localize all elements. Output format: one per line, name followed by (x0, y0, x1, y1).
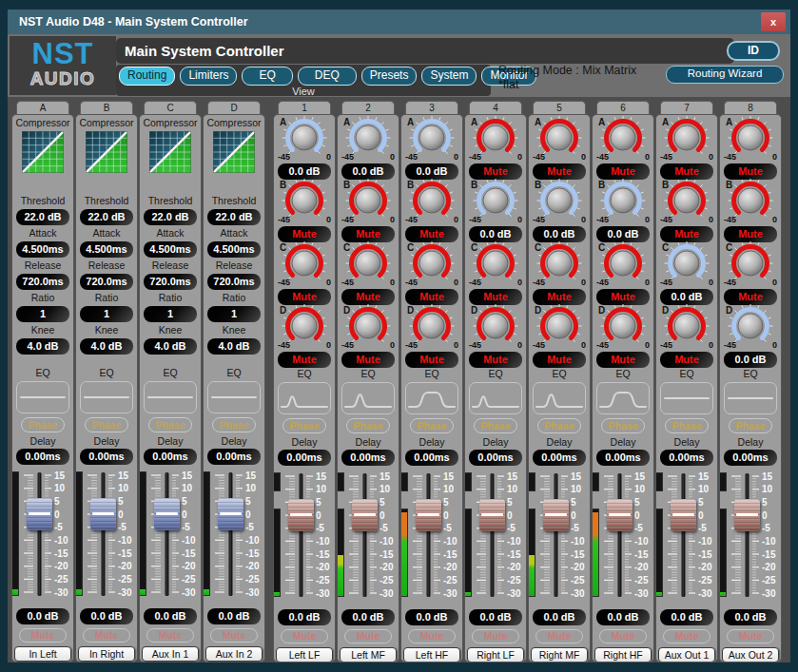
knee-value[interactable]: 4.0 dB (80, 338, 133, 355)
id-button[interactable]: ID (727, 41, 780, 61)
channel-name-button[interactable]: Left LF (276, 647, 333, 662)
gain-value[interactable]: 0.0 dB (341, 609, 395, 625)
send-mute-button[interactable]: Mute (724, 289, 777, 305)
phase-button[interactable]: Phase (21, 417, 65, 432)
send-mute-button[interactable]: Mute (278, 352, 331, 368)
channel-mute-button[interactable]: Mute (19, 628, 67, 643)
eq-curve-display[interactable] (469, 382, 522, 414)
tab-routing[interactable]: Routing (119, 67, 175, 86)
channel-mute-button[interactable]: Mute (344, 629, 392, 643)
eq-curve-display[interactable] (278, 382, 331, 414)
send-mute-button[interactable]: Mute (596, 289, 650, 305)
channel-header-tab[interactable]: C (144, 101, 197, 114)
gain-value[interactable]: 0.0 dB (596, 609, 650, 625)
phase-button[interactable]: Phase (212, 417, 256, 432)
delay-value[interactable]: 0.00ms (278, 450, 331, 466)
gain-value[interactable]: 0.0 dB (278, 609, 331, 625)
delay-value[interactable]: 0.00ms (16, 449, 69, 465)
channel-name-button[interactable]: Aux In 2 (205, 646, 263, 662)
send-mute-button[interactable]: Mute (341, 226, 395, 242)
eq-curve-display[interactable] (596, 382, 650, 414)
channel-header-tab[interactable]: A (16, 101, 69, 114)
fader-handle[interactable] (671, 499, 696, 531)
delay-value[interactable]: 0.00ms (144, 449, 197, 465)
channel-mute-button[interactable]: Mute (146, 628, 194, 643)
delay-value[interactable]: 0.00ms (341, 450, 395, 466)
attack-value[interactable]: 4.500ms (207, 241, 261, 258)
attack-value[interactable]: 4.500ms (144, 241, 197, 258)
send-level-value[interactable]: 0.0 dB (660, 289, 713, 305)
send-level-value[interactable]: 0.0 dB (405, 163, 458, 180)
eq-curve-display[interactable] (660, 382, 713, 414)
phase-button[interactable]: Phase (729, 418, 772, 433)
fader-handle[interactable] (288, 499, 314, 531)
channel-mute-button[interactable]: Mute (472, 629, 519, 643)
channel-mute-button[interactable]: Mute (599, 629, 647, 643)
eq-curve-display[interactable] (405, 382, 458, 414)
eq-curve-display[interactable] (724, 382, 777, 414)
send-mute-button[interactable]: Mute (596, 163, 650, 180)
delay-value[interactable]: 0.00ms (660, 450, 713, 466)
phase-button[interactable]: Phase (474, 418, 517, 433)
channel-mute-button[interactable]: Mute (535, 629, 583, 643)
channel-header-tab[interactable]: 4 (469, 101, 522, 114)
channel-mute-button[interactable]: Mute (408, 629, 456, 643)
channel-name-button[interactable]: Aux Out 1 (658, 647, 715, 662)
release-value[interactable]: 720.0ms (144, 274, 197, 290)
channel-mute-button[interactable]: Mute (281, 629, 328, 643)
delay-value[interactable]: 0.00ms (533, 450, 586, 466)
fader-handle[interactable] (734, 499, 760, 531)
ratio-value[interactable]: 1 (16, 306, 69, 322)
send-mute-button[interactable]: Mute (278, 289, 331, 305)
channel-mute-button[interactable]: Mute (727, 629, 774, 643)
compressor-graph[interactable] (86, 131, 127, 177)
fader-handle[interactable] (27, 498, 52, 530)
phase-button[interactable]: Phase (148, 417, 192, 432)
send-level-value[interactable]: 0.0 dB (533, 226, 586, 242)
tab-eq[interactable]: EQ (242, 67, 292, 86)
send-mute-button[interactable]: Mute (724, 163, 777, 180)
send-mute-button[interactable]: Mute (469, 289, 522, 305)
attack-value[interactable]: 4.500ms (80, 241, 133, 258)
channel-header-tab[interactable]: 3 (405, 101, 458, 114)
channel-name-button[interactable]: In Right (78, 646, 135, 662)
phase-button[interactable]: Phase (85, 417, 128, 432)
compressor-graph[interactable] (213, 131, 255, 177)
channel-header-tab[interactable]: B (80, 101, 133, 114)
gain-value[interactable]: 0.0 dB (207, 608, 261, 624)
phase-button[interactable]: Phase (601, 418, 645, 433)
threshold-value[interactable]: 22.0 dB (144, 209, 197, 225)
gain-value[interactable]: 0.0 dB (144, 608, 197, 624)
send-level-value[interactable]: 0.0 dB (341, 163, 395, 180)
channel-header-tab[interactable]: 2 (341, 101, 395, 114)
send-mute-button[interactable]: Mute (405, 226, 458, 242)
ratio-value[interactable]: 1 (144, 306, 197, 322)
channel-name-button[interactable]: Right LF (467, 647, 524, 662)
channel-header-tab[interactable]: 5 (533, 101, 586, 114)
channel-header-tab[interactable]: 1 (278, 101, 331, 114)
send-mute-button[interactable]: Mute (533, 352, 586, 368)
threshold-value[interactable]: 22.0 dB (16, 209, 69, 225)
send-mute-button[interactable]: Mute (341, 352, 395, 368)
send-mute-button[interactable]: Mute (660, 352, 713, 368)
fader-handle[interactable] (154, 498, 180, 530)
tab-deq[interactable]: DEQ (298, 67, 357, 86)
send-mute-button[interactable]: Mute (724, 226, 777, 242)
tab-presets[interactable]: Presets (361, 67, 418, 86)
channel-name-button[interactable]: Right HF (594, 647, 652, 662)
routing-wizard-button[interactable]: Routing Wizard (666, 66, 784, 84)
threshold-value[interactable]: 22.0 dB (207, 209, 261, 225)
send-mute-button[interactable]: Mute (533, 163, 586, 180)
send-level-value[interactable]: 0.0 dB (724, 352, 777, 368)
tab-limiters[interactable]: Limiters (180, 67, 237, 86)
delay-value[interactable]: 0.00ms (724, 450, 777, 466)
fader-handle[interactable] (479, 499, 505, 531)
send-mute-button[interactable]: Mute (660, 226, 713, 242)
eq-curve-display[interactable] (144, 381, 197, 413)
delay-value[interactable]: 0.00ms (80, 449, 133, 465)
fader-handle[interactable] (218, 498, 243, 530)
fader-handle[interactable] (416, 499, 441, 531)
eq-curve-display[interactable] (341, 382, 395, 414)
knee-value[interactable]: 4.0 dB (207, 338, 261, 355)
phase-button[interactable]: Phase (410, 418, 454, 433)
